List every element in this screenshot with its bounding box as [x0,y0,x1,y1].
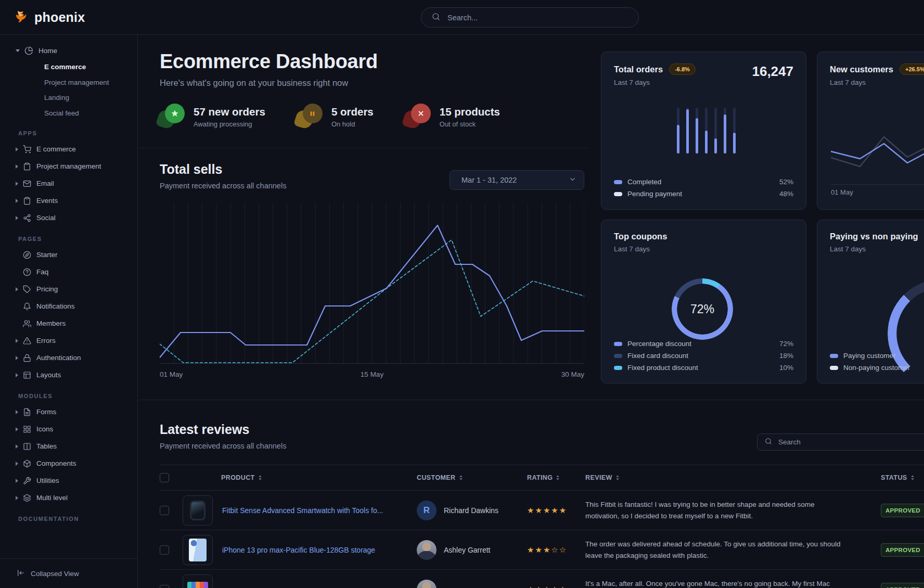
reviews-search-input[interactable] [777,438,922,446]
stat-on-hold: 5 orders On hold [298,105,374,129]
sidebar-section-modules: MODULES [0,384,137,403]
sidebar-item-errors[interactable]: Errors [0,332,137,349]
sidebar-item-tables[interactable]: Tables [0,438,137,455]
chevron-right-icon [16,199,18,203]
review-text: It's a Mac, after all. Once you've gone … [585,571,866,588]
sort-icon [910,475,915,481]
sidebar-item-forms[interactable]: Forms [0,403,137,420]
row-checkbox[interactable] [160,545,169,555]
sidebar-item-icons[interactable]: Icons [0,420,137,438]
rating-stars: ★★★★★ [527,506,567,515]
sort-status[interactable]: STATUS [866,474,924,481]
reviews-table: PRODUCT CUSTOMER RATING REVIEW [160,465,924,588]
sort-rating[interactable]: RATING [527,474,585,481]
legend-swatch [830,354,838,358]
date-range-select[interactable]: Mar 1 - 31, 2022 [450,170,584,190]
sidebar-item-home[interactable]: Home [0,42,137,59]
alert-triangle-icon [23,337,31,345]
product-thumbnail[interactable] [183,574,213,588]
phoenix-logo-icon [14,8,29,26]
card-title: Paying vs non paying [830,232,918,241]
pause-badge-icon [298,105,323,129]
row-checkbox[interactable] [160,506,169,515]
table-row: ★★★★★ It's a Mac, after all. Once you've… [160,570,924,588]
legend-swatch [614,192,622,196]
card-title: Total orders [614,65,663,74]
sidebar-section-pages: PAGES [0,226,137,246]
chevron-right-icon [16,373,18,377]
sort-icon [615,475,620,481]
page-subtitle: Here's what's going on at your business … [160,78,588,88]
product-link[interactable]: iPhone 13 pro max-Pacific Blue-128GB sto… [222,546,375,554]
sidebar-item-project-management[interactable]: Project management [0,158,137,175]
chevron-right-icon [16,496,18,500]
sidebar-item-home-landing[interactable]: Landing [0,90,137,106]
sidebar-item-components[interactable]: Components [0,455,137,472]
new-customers-line-chart [831,134,924,181]
sidebar-section-apps: APPS [0,121,137,140]
sidebar-item-social[interactable]: Social [0,209,137,226]
orders-legend: Completed 52% Pending payment 48% [614,176,793,200]
collapsed-view-toggle[interactable]: Collapsed View [0,558,137,588]
sidebar-item-pricing[interactable]: Pricing [0,280,137,298]
search-icon [432,12,440,23]
imac-image [187,582,208,588]
sidebar-item-home-social-feed[interactable]: Social feed [0,106,137,121]
search-icon [765,438,772,447]
hero-section: Ecommerce Dashboard Here's what's going … [160,35,588,148]
global-search-input[interactable] [446,13,628,22]
sidebar-item-utilities[interactable]: Utilities [0,472,137,489]
review-text: This Fitbit is fantastic! I was trying t… [585,492,866,529]
total-orders-value: 16,247 [752,63,793,80]
status-badge: APPROVED✓ [881,543,924,557]
app-window: phoenix Home E commerce Project manageme… [0,0,924,588]
order-stats: 57 new orders Awating processing [160,105,588,129]
chevron-right-icon [16,216,18,220]
table-header: PRODUCT CUSTOMER RATING REVIEW [160,465,924,491]
sidebar-item-multi-level[interactable]: Multi level [0,489,137,506]
sidebar-item-faq[interactable]: Faq [0,263,137,280]
product-link[interactable]: Fitbit Sense Advanced Smartwatch with To… [222,506,383,515]
chevron-right-icon [16,182,18,186]
sort-customer[interactable]: CUSTOMER [417,474,527,481]
layout-icon [23,371,31,379]
package-icon [23,459,31,468]
chevron-right-icon [16,164,18,169]
sidebar-item-home-project-management[interactable]: Project management [0,75,137,91]
sidebar-item-starter[interactable]: Starter [0,246,137,263]
chevron-right-icon [16,356,18,360]
chevron-down-icon [569,175,576,185]
total-sells-section: Total sells Payment received across all … [160,148,588,378]
product-thumbnail[interactable] [183,495,213,526]
layers-icon [23,494,31,502]
table-row: Fitbit Sense Advanced Smartwatch with To… [160,491,924,530]
total-sells-title: Total sells [160,162,286,177]
total-sells-subtitle: Payment received across all channels [160,182,286,190]
sort-product[interactable]: PRODUCT [183,474,417,481]
sidebar-item-home-ecommerce[interactable]: E commerce [0,59,137,75]
sidebar-item-email[interactable]: Email [0,175,137,192]
sidebar-item-notifications[interactable]: Notifications [0,298,137,315]
brand-logo-link[interactable]: phoenix [14,8,85,26]
sidebar-item-events[interactable]: Events [0,192,137,209]
product-thumbnail[interactable] [183,535,213,565]
file-text-icon [23,408,31,416]
collapse-icon [17,569,25,579]
main-content: Ecommerce Dashboard Here's what's going … [138,35,924,588]
row-checkbox[interactable] [160,585,169,588]
review-text: The order was delivered ahead of schedul… [585,531,866,568]
status-badge: APPROVED✓ [881,583,924,588]
sidebar-item-layouts[interactable]: Layouts [0,366,137,384]
sort-icon [556,475,560,481]
sort-review[interactable]: REVIEW [585,474,866,481]
clipboard-icon [23,197,31,205]
change-badge: -6.8% [669,63,696,75]
sidebar-section-documentation: DOCUMENTATION [0,506,137,526]
sidebar-item-members[interactable]: Members [0,315,137,332]
rating-stars: ★★★☆☆ [527,545,567,554]
fitbit-watch-image [190,501,206,520]
select-all-checkbox[interactable] [160,473,169,482]
sidebar-item-ecommerce[interactable]: E commerce [0,140,137,158]
status-badge: APPROVED✓ [881,504,924,517]
sidebar-item-authentication[interactable]: Authentication [0,349,137,366]
